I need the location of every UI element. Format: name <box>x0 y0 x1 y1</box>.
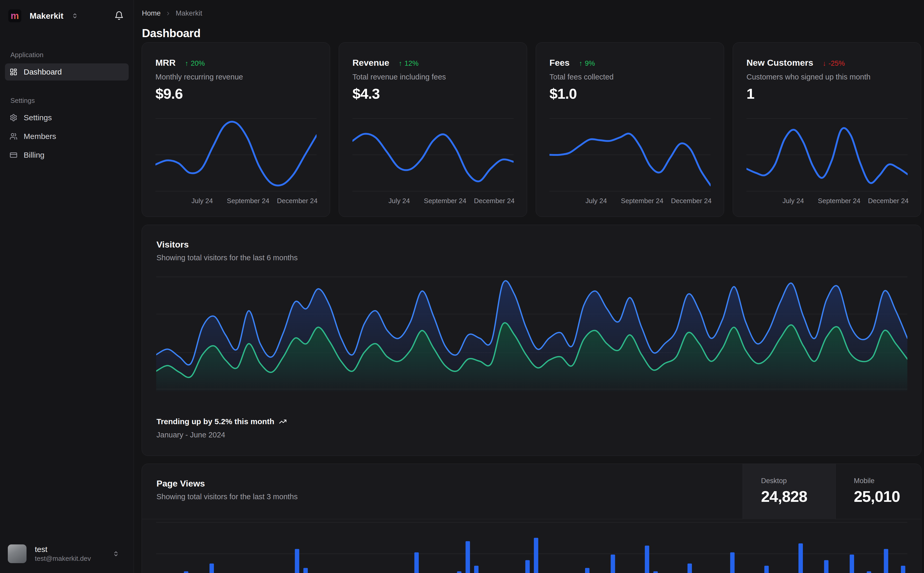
x-axis: July 24 September 24 December 24 <box>549 197 711 206</box>
page-views-bar-chart <box>156 521 907 573</box>
stat-card-title: MRR <box>155 58 176 68</box>
sidebar-item-billing[interactable]: Billing <box>5 147 129 164</box>
stat-card-subtitle: Total fees collected <box>549 73 613 81</box>
user-email: test@makerkit.dev <box>35 554 91 563</box>
stat-card-value: $4.3 <box>353 85 380 102</box>
stat-card-subtitle: Monthly recurring revenue <box>155 73 243 81</box>
page-views-card: Page Views Showing total visitors for th… <box>142 463 921 573</box>
breadcrumb: Home Makerkit <box>142 9 202 17</box>
x-axis: July 24 September 24 December 24 <box>155 197 317 206</box>
chevrons-up-down-icon <box>72 13 78 19</box>
x-axis-tick: December 24 <box>474 197 515 205</box>
credit-card-icon <box>9 151 17 159</box>
x-axis-tick: December 24 <box>277 197 318 205</box>
trend-value: 12% <box>405 59 419 67</box>
trend-badge: ↑12% <box>399 59 419 67</box>
tab-value: 24,828 <box>761 488 835 506</box>
x-axis-tick: September 24 <box>621 197 663 205</box>
trending-summary: Trending up by 5.2% this month <box>157 417 287 426</box>
trend-value: 20% <box>191 59 205 67</box>
users-icon <box>9 133 17 140</box>
visitors-card: Visitors Showing total visitors for the … <box>142 225 921 456</box>
dashboard-page: m Makerkit Application Dashboard Setting… <box>0 0 924 573</box>
stat-card-mrr: MRR ↑20% Monthly recurring revenue $9.6 … <box>142 42 330 217</box>
stat-card-value: 1 <box>747 85 754 102</box>
trend-value: -25% <box>828 59 845 67</box>
dashboard-grid-icon <box>9 68 17 76</box>
stat-card-title: New Customers <box>747 58 813 68</box>
fees-sparkline-chart <box>549 116 711 194</box>
trend-badge: ↑9% <box>579 59 595 67</box>
stat-card-title: Revenue <box>353 58 389 68</box>
sidebar-item-settings[interactable]: Settings <box>5 109 129 126</box>
workspace-name: Makerkit <box>30 11 63 21</box>
sidebar-item-label: Billing <box>24 151 44 160</box>
makerkit-logo: m <box>8 9 21 22</box>
x-axis: July 24 September 24 December 24 <box>747 197 908 206</box>
sidebar-item-label: Members <box>24 132 56 141</box>
sidebar-item-members[interactable]: Members <box>5 128 129 145</box>
date-range: January - June 2024 <box>157 431 225 439</box>
breadcrumb-current: Makerkit <box>176 9 202 17</box>
chevrons-up-down-icon <box>113 551 119 557</box>
trend-up-arrow-icon: ↑ <box>185 59 188 67</box>
tab-label: Mobile <box>854 477 921 485</box>
trend-badge: ↑20% <box>185 59 205 67</box>
page-title: Dashboard <box>142 27 201 40</box>
tab-desktop[interactable]: Desktop 24,828 <box>743 464 835 519</box>
notifications-bell-icon[interactable] <box>115 11 124 20</box>
tab-value: 25,010 <box>854 488 921 506</box>
app-sidebar: m Makerkit Application Dashboard Setting… <box>0 0 134 573</box>
sidebar-section-application: Application <box>10 51 43 59</box>
sidebar-item-label: Dashboard <box>24 67 62 77</box>
page-views-title: Page Views <box>157 479 205 488</box>
x-axis-tick: December 24 <box>671 197 712 205</box>
x-axis-tick: September 24 <box>424 197 466 205</box>
chevron-right-icon <box>165 11 171 16</box>
trend-down-arrow-icon: ↓ <box>823 59 826 67</box>
mrr-sparkline-chart <box>155 116 317 194</box>
stat-card-revenue: Revenue ↑12% Total revenue including fee… <box>339 42 527 217</box>
workspace-switcher[interactable]: m Makerkit <box>8 9 78 22</box>
avatar <box>8 545 27 563</box>
page-views-header: Page Views Showing total visitors for th… <box>142 464 921 519</box>
stat-card-value: $1.0 <box>549 85 577 102</box>
page-views-subtitle: Showing total visitors for the last 3 mo… <box>157 493 298 501</box>
stat-card-subtitle: Total revenue including fees <box>353 73 446 81</box>
revenue-sparkline-chart <box>353 116 514 194</box>
breadcrumb-home[interactable]: Home <box>142 9 161 17</box>
user-menu[interactable]: test test@makerkit.dev <box>8 545 126 563</box>
sidebar-section-settings: Settings <box>10 97 35 105</box>
x-axis-tick: September 24 <box>818 197 860 205</box>
stat-card-subtitle: Customers who signed up this month <box>747 73 871 81</box>
sidebar-item-label: Settings <box>24 113 52 122</box>
trend-value: 9% <box>585 59 595 67</box>
x-axis-tick: September 24 <box>227 197 269 205</box>
visitors-subtitle: Showing total visitors for the last 6 mo… <box>157 254 298 262</box>
trend-badge: ↓-25% <box>823 59 845 67</box>
trend-up-arrow-icon: ↑ <box>579 59 583 67</box>
x-axis-tick: July 24 <box>191 197 213 205</box>
x-axis-tick: July 24 <box>585 197 607 205</box>
stat-card-fees: Fees ↑9% Total fees collected $1.0 July … <box>536 42 724 217</box>
stat-card-value: $9.6 <box>155 85 183 102</box>
trend-up-arrow-icon: ↑ <box>399 59 402 67</box>
sidebar-item-dashboard[interactable]: Dashboard <box>5 63 129 80</box>
trending-summary-text: Trending up by 5.2% this month <box>157 417 274 426</box>
x-axis-tick: December 24 <box>868 197 909 205</box>
tab-mobile[interactable]: Mobile 25,010 <box>835 464 921 519</box>
stat-card-new-customers: New Customers ↓-25% Customers who signed… <box>733 42 921 217</box>
page-views-series-tabs: Desktop 24,828 Mobile 25,010 <box>743 464 921 519</box>
visitors-area-chart <box>156 274 907 391</box>
user-name: test <box>35 545 91 554</box>
trending-up-icon <box>279 418 287 426</box>
gear-icon <box>9 114 17 122</box>
new-customers-sparkline-chart <box>747 116 908 194</box>
x-axis-tick: July 24 <box>389 197 410 205</box>
tab-label: Desktop <box>761 477 835 485</box>
user-info: test test@makerkit.dev <box>35 545 91 563</box>
stat-card-title: Fees <box>549 58 570 68</box>
x-axis: July 24 September 24 December 24 <box>353 197 514 206</box>
x-axis-tick: July 24 <box>783 197 804 205</box>
visitors-title: Visitors <box>157 240 189 250</box>
